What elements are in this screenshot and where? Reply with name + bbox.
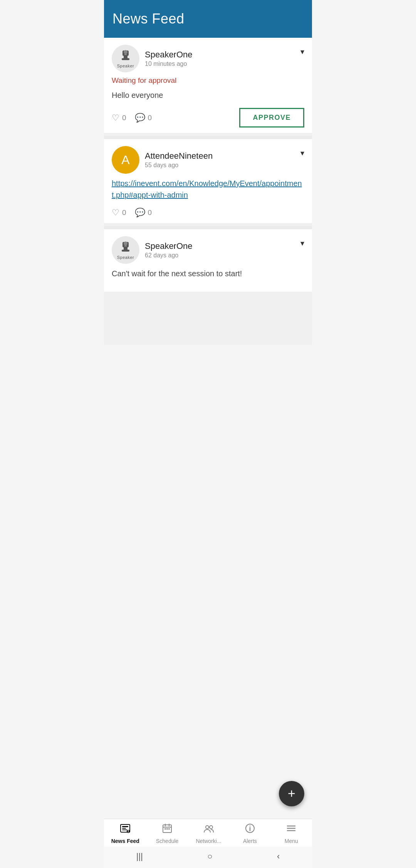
- back-button[interactable]: ‹: [277, 851, 280, 861]
- post-time: 55 days ago: [145, 162, 213, 169]
- divider: [104, 226, 312, 229]
- sidebar-item-alerts[interactable]: Alerts: [237, 823, 263, 844]
- sidebar-item-networking[interactable]: Networki...: [195, 823, 222, 844]
- post-author: AttendeeNineteen: [145, 151, 213, 161]
- svg-rect-1: [124, 56, 127, 58]
- nav-label-networking: Networki...: [196, 838, 221, 844]
- post-header: Speaker SpeakerOne 62 days ago ▾: [112, 236, 304, 264]
- heart-icon: ♡: [112, 113, 119, 123]
- post-content: Hello everyone: [112, 89, 304, 101]
- svg-rect-6: [124, 247, 127, 250]
- svg-rect-11: [122, 826, 128, 827]
- speaker-label: Speaker: [117, 255, 134, 260]
- svg-rect-12: [122, 828, 126, 829]
- nav-label-schedule: Schedule: [156, 838, 178, 844]
- menu-icon: [286, 823, 297, 836]
- post-header: A AttendeeNineteen 55 days ago ▾: [112, 146, 304, 174]
- post-author: SpeakerOne: [145, 50, 193, 60]
- approve-button[interactable]: APPROVE: [239, 108, 304, 128]
- svg-point-3: [124, 50, 127, 54]
- like-action[interactable]: ♡ 0: [112, 113, 126, 123]
- comment-action[interactable]: 💬 0: [135, 113, 152, 123]
- svg-rect-2: [122, 58, 129, 60]
- avatar: A: [112, 146, 139, 174]
- like-count: 0: [122, 114, 126, 122]
- avatar: Speaker: [112, 45, 139, 72]
- svg-rect-4: [124, 54, 127, 55]
- post-time: 10 minutes ago: [145, 60, 193, 67]
- comment-icon: 💬: [135, 113, 145, 123]
- svg-rect-9: [124, 245, 127, 247]
- header: News Feed: [104, 0, 312, 38]
- like-count: 0: [122, 208, 126, 217]
- nav-label-menu: Menu: [285, 838, 298, 844]
- speaker-icon: [119, 240, 133, 254]
- sidebar-item-news-feed[interactable]: News Feed: [111, 823, 139, 844]
- svg-rect-23: [168, 828, 170, 829]
- news-feed-icon: [120, 823, 131, 836]
- bottom-nav: News Feed Schedule Networki...: [104, 819, 312, 846]
- post-card: Speaker SpeakerOne 10 minutes ago ▾ Wait…: [104, 38, 312, 133]
- comment-count: 0: [148, 114, 152, 122]
- svg-rect-21: [164, 828, 166, 829]
- post-card: Speaker SpeakerOne 62 days ago ▾ Can't w…: [104, 229, 312, 292]
- post-author: SpeakerOne: [145, 241, 193, 251]
- nav-label-alerts: Alerts: [243, 838, 257, 844]
- svg-point-25: [210, 826, 213, 829]
- schedule-icon: [162, 823, 173, 836]
- svg-rect-16: [128, 832, 129, 833]
- nav-label-news-feed: News Feed: [111, 838, 139, 844]
- svg-rect-15: [128, 830, 129, 831]
- like-action[interactable]: ♡ 0: [112, 208, 126, 218]
- networking-icon: [203, 823, 214, 836]
- fab-button[interactable]: +: [279, 781, 304, 806]
- sidebar-item-schedule[interactable]: Schedule: [154, 823, 181, 844]
- svg-point-8: [124, 242, 127, 245]
- post-card: A AttendeeNineteen 55 days ago ▾ https:/…: [104, 139, 312, 223]
- feed-container: Speaker SpeakerOne 10 minutes ago ▾ Wait…: [104, 38, 312, 345]
- fab-icon: +: [288, 787, 295, 800]
- system-nav: ||| ○ ‹: [104, 846, 312, 868]
- sidebar-item-menu[interactable]: Menu: [278, 823, 305, 844]
- avatar-letter: A: [121, 154, 129, 166]
- alerts-icon: [245, 823, 255, 836]
- post-time: 62 days ago: [145, 252, 193, 259]
- speaker-label: Speaker: [117, 64, 134, 68]
- post-footer: ♡ 0 💬 0 APPROVE: [112, 108, 304, 128]
- recents-button[interactable]: |||: [136, 851, 143, 861]
- svg-point-24: [206, 826, 209, 829]
- post-menu-chevron[interactable]: ▾: [300, 148, 304, 158]
- comment-icon: 💬: [135, 208, 145, 218]
- heart-icon: ♡: [112, 208, 119, 218]
- page-title: News Feed: [112, 11, 185, 27]
- comment-action[interactable]: 💬 0: [135, 208, 152, 218]
- home-button[interactable]: ○: [207, 851, 212, 861]
- svg-rect-13: [122, 829, 127, 830]
- speaker-icon: [119, 49, 133, 63]
- post-status: Waiting for approval: [112, 76, 304, 85]
- post-link[interactable]: https://inevent.com/en/Knowledge/MyEvent…: [112, 178, 304, 201]
- post-footer: ♡ 0 💬 0: [112, 208, 304, 218]
- post-content: Can't wait for the next session to start…: [112, 268, 304, 279]
- comment-count: 0: [148, 208, 152, 217]
- divider: [104, 136, 312, 139]
- post-header: Speaker SpeakerOne 10 minutes ago ▾: [112, 45, 304, 72]
- post-menu-chevron[interactable]: ▾: [300, 47, 304, 56]
- post-menu-chevron[interactable]: ▾: [300, 238, 304, 248]
- svg-rect-7: [122, 250, 129, 252]
- avatar: Speaker: [112, 236, 139, 264]
- svg-rect-22: [166, 828, 168, 829]
